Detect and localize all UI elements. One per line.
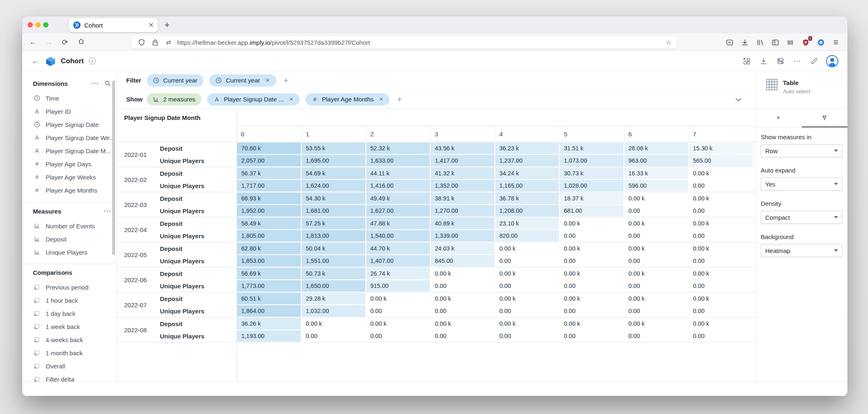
heatmap-cell[interactable]: 0.00 <box>688 255 753 267</box>
sidebar-item-overall[interactable]: Overall <box>22 359 117 373</box>
sidebar-item-1-day-back[interactable]: 1 day back <box>22 307 117 320</box>
password-manager-icon[interactable] <box>816 37 826 47</box>
heatmap-cell[interactable]: 0.00 k <box>688 192 753 205</box>
measure-label[interactable]: Unique Players <box>158 305 237 317</box>
sidebar-item-player-id[interactable]: APlayer ID <box>22 105 117 118</box>
heatmap-cell[interactable]: 1,650.00 <box>301 280 366 292</box>
heatmap-cell[interactable]: 0.00 <box>301 330 366 342</box>
heatmap-cell[interactable]: 0.00 k <box>301 317 366 330</box>
lock-icon[interactable] <box>150 37 160 47</box>
remove-pill-icon[interactable]: ✕ <box>265 77 270 83</box>
downloads-icon[interactable] <box>740 37 750 47</box>
extension-barcode-icon[interactable] <box>785 37 795 47</box>
heatmap-cell[interactable]: 0.00 k <box>624 292 688 305</box>
field-dropdown[interactable]: Heatmap <box>761 244 843 257</box>
sidebar-item-number-of-events[interactable]: Number of Events <box>22 219 117 232</box>
measure-label[interactable]: Unique Players <box>158 330 237 342</box>
heatmap-cell[interactable]: 31.51 k <box>559 142 624 154</box>
measure-label[interactable]: Unique Players <box>158 179 237 192</box>
heatmap-cell[interactable]: 0.00 <box>430 305 495 317</box>
panel-tab-cursor[interactable] <box>756 108 802 127</box>
measure-label[interactable]: Deposit <box>158 242 237 255</box>
heatmap-cell[interactable]: 1,717.00 <box>237 179 301 192</box>
heatmap-cell[interactable]: 0.00 <box>366 305 430 317</box>
column-header[interactable]: 2 <box>366 126 431 142</box>
search-icon[interactable] <box>104 80 111 87</box>
filter-pill[interactable]: #Player Age Months✕ <box>305 93 390 106</box>
heatmap-cell[interactable]: 0.00 k <box>430 267 495 280</box>
heatmap-cell[interactable]: 845.00 <box>430 255 495 267</box>
heatmap-cell[interactable]: 0.00 k <box>366 292 430 305</box>
heatmap-cell[interactable]: 1,853.00 <box>237 255 301 267</box>
sidebar-item-time[interactable]: Time <box>22 92 117 105</box>
sidebar-item-1-week-back[interactable]: 1 week back <box>22 320 117 333</box>
heatmap-cell[interactable]: 36.23 k <box>495 142 559 154</box>
heatmap-cell[interactable]: 26.74 k <box>366 267 430 280</box>
heatmap-cell[interactable]: 0.00 k <box>559 317 624 330</box>
heatmap-cell[interactable]: 1,624.00 <box>301 179 366 192</box>
sidebar-item-unique-players[interactable]: Unique Players <box>22 246 117 259</box>
url-bar[interactable]: ⇄ https://hellmar-becker.app.imply.io/pi… <box>132 36 676 48</box>
measure-label[interactable]: Deposit <box>158 267 237 280</box>
heatmap-cell[interactable]: 50.04 k <box>301 242 366 255</box>
sidebar-item-1-month-back[interactable]: 1 month back <box>22 346 117 359</box>
column-header[interactable]: 1 <box>302 126 366 142</box>
heatmap-cell[interactable]: 0.00 <box>559 280 624 292</box>
pocket-icon[interactable] <box>725 37 734 47</box>
heatmap-cell[interactable]: 820.00 <box>495 230 559 242</box>
heatmap-cell[interactable]: 0.00 <box>624 280 688 292</box>
adblock-shield-icon[interactable]: 1 <box>801 37 810 47</box>
heatmap-cell[interactable]: 1,540.00 <box>366 230 430 242</box>
heatmap-cell[interactable]: 1,695.00 <box>301 154 366 167</box>
heatmap-cell[interactable]: 0.00 k <box>559 292 624 305</box>
heatmap-cell[interactable]: 29.28 k <box>301 292 366 305</box>
column-header[interactable]: 3 <box>431 126 495 142</box>
new-tab-button[interactable]: + <box>164 20 170 30</box>
heatmap-cell[interactable]: 0.00 <box>688 280 753 292</box>
remove-pill-icon[interactable]: ✕ <box>379 96 383 102</box>
heatmap-cell[interactable]: 0.00 k <box>624 267 688 280</box>
heatmap-cell[interactable]: 50.73 k <box>301 267 366 280</box>
remove-pill-icon[interactable]: ✕ <box>289 96 293 102</box>
sidebar-item-previous-period[interactable]: Previous period <box>22 281 117 294</box>
measure-label[interactable]: Unique Players <box>158 230 237 242</box>
heatmap-cell[interactable]: 0.00 <box>495 330 559 342</box>
heatmap-cell[interactable]: 0.00 k <box>624 217 688 230</box>
measure-label[interactable]: Unique Players <box>158 280 237 292</box>
reload-icon[interactable]: ⟳ <box>60 38 70 47</box>
measure-label[interactable]: Deposit <box>158 217 237 230</box>
heatmap-cell[interactable]: 49.49 k <box>366 192 430 205</box>
heatmap-cell[interactable]: 0.00 k <box>430 292 495 305</box>
measure-label[interactable]: Unique Players <box>158 205 237 217</box>
sidebar-item-deposit[interactable]: Deposit <box>22 232 117 246</box>
heatmap-cell[interactable]: 0.00 <box>688 230 753 242</box>
heatmap-cell[interactable]: 0.00 k <box>688 217 753 230</box>
heatmap-cell[interactable]: 0.00 k <box>688 267 753 280</box>
sidebar-item-player-signup-date-we-[interactable]: APlayer Signup Date We... <box>22 131 117 144</box>
heatmap-cell[interactable]: 1,627.00 <box>366 205 430 217</box>
heatmap-cell[interactable]: 0.00 k <box>430 317 495 330</box>
heatmap-cell[interactable]: 0.00 k <box>559 242 624 255</box>
heatmap-cell[interactable]: 1,073.00 <box>559 154 624 167</box>
row-group-label[interactable]: 2022-07 <box>117 292 158 317</box>
download-icon[interactable] <box>759 56 769 66</box>
heatmap-cell[interactable]: 36.78 k <box>495 192 559 205</box>
row-group-label[interactable]: 2022-04 <box>117 217 158 242</box>
row-group-label[interactable]: 2022-03 <box>117 192 158 217</box>
heatmap-cell[interactable]: 23.10 k <box>495 217 559 230</box>
heatmap-cell[interactable]: 0.00 k <box>495 292 559 305</box>
heatmap-cell[interactable]: 0.00 k <box>495 317 559 330</box>
measure-label[interactable]: Deposit <box>158 292 237 305</box>
heatmap-cell[interactable]: 0.00 <box>688 330 753 342</box>
sidebar-scrollbar[interactable] <box>112 80 115 255</box>
heatmap-cell[interactable]: 1,270.00 <box>430 205 495 217</box>
heatmap-cell[interactable]: 1,864.00 <box>237 305 301 317</box>
heatmap-cell[interactable]: 1,407.00 <box>366 255 430 267</box>
column-header[interactable]: 0 <box>237 126 302 142</box>
zoom-window-button[interactable] <box>43 22 48 28</box>
heatmap-cell[interactable]: 40.89 k <box>430 217 495 230</box>
info-icon[interactable]: i <box>89 58 96 64</box>
heatmap-cell[interactable]: 36.26 k <box>237 317 301 330</box>
heatmap-cell[interactable]: 0.00 <box>559 305 624 317</box>
heatmap-cell[interactable]: 0.00 <box>559 330 624 342</box>
